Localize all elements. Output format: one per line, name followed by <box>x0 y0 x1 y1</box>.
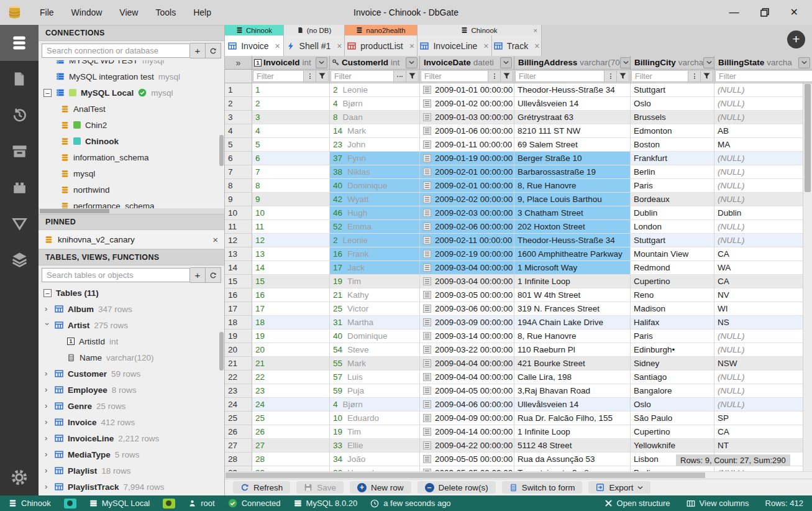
row-detail-icon[interactable] <box>423 428 431 436</box>
filter-menu-button[interactable] <box>488 70 501 82</box>
chevron-icon[interactable]: › <box>45 466 50 475</box>
cell-billingcity[interactable]: Reno <box>631 288 714 302</box>
row-detail-icon[interactable] <box>423 264 431 272</box>
cell-billingaddress[interactable]: 1 Microsoft Way <box>514 261 631 275</box>
cell-billingcity[interactable]: Berlin <box>631 466 714 471</box>
cell-customerid[interactable]: 42Wyatt <box>330 193 420 206</box>
row-detail-icon[interactable] <box>423 236 431 244</box>
filter-menu-button[interactable] <box>688 70 701 82</box>
cell-billingstate[interactable]: NSW <box>714 357 812 371</box>
cell-invoiceid[interactable]: 22 <box>252 371 330 384</box>
cell-invoiceid[interactable]: 27 <box>252 439 330 453</box>
cell-billingstate[interactable]: (NULL) <box>714 234 812 247</box>
cell-customerid[interactable]: 57Luis <box>330 371 420 384</box>
filter-funnel-button[interactable] <box>316 70 329 82</box>
cell-billingcity[interactable]: Halifax <box>631 316 714 329</box>
cell-customerid[interactable]: 2Leonie <box>330 234 420 247</box>
cell-invoiceid[interactable]: 12 <box>252 234 330 247</box>
cell-invoicedate[interactable]: 2009-02-06 00:00:00 <box>420 220 514 234</box>
close-tab-icon[interactable]: × <box>483 41 488 51</box>
cell-invoicedate[interactable]: 2009-01-01 00:00:00 <box>420 83 514 97</box>
row-number[interactable]: 21 <box>225 357 252 371</box>
row-number[interactable]: 19 <box>225 329 252 343</box>
cell-invoiceid[interactable]: 23 <box>252 384 330 398</box>
cell-billingstate[interactable]: CA <box>714 247 812 261</box>
add-connection-button[interactable]: + <box>190 43 206 58</box>
row-number[interactable]: 26 <box>225 425 252 439</box>
rail-item-settings[interactable] <box>0 459 39 495</box>
cell-invoiceid[interactable]: 6 <box>252 152 330 165</box>
table-item-employee[interactable]: ›Employee8 rows <box>39 382 224 398</box>
cell-invoicedate[interactable]: 2009-05-05 00:00:00 <box>420 466 514 471</box>
cell-invoicedate[interactable]: 2009-02-11 00:00:00 <box>420 234 514 247</box>
chevron-icon[interactable]: › <box>45 433 50 443</box>
unpin-icon[interactable]: × <box>212 234 218 245</box>
cell-billingaddress[interactable]: 3,Raj Bhavan Road <box>514 384 631 398</box>
cell-invoiceid[interactable]: 25 <box>252 412 330 425</box>
add-table-button[interactable]: + <box>190 267 206 283</box>
rail-item-plugin[interactable] <box>0 169 39 205</box>
cell-billingaddress[interactable]: Theodor-Heuss-Straße 34 <box>514 83 631 97</box>
cell-billingaddress[interactable]: Barbarossastraße 19 <box>514 165 631 179</box>
column-dropdown-button[interactable] <box>798 57 810 68</box>
cell-invoiceid[interactable]: 7 <box>252 165 330 179</box>
row-detail-icon[interactable] <box>423 195 431 203</box>
filter-input[interactable] <box>253 70 304 82</box>
filter-input[interactable] <box>631 70 688 82</box>
cell-customerid[interactable]: 16Frank <box>330 247 420 261</box>
cell-billingaddress[interactable]: 1600 Amphitheatre Parkway <box>514 247 631 261</box>
collapse-icon[interactable]: – <box>43 89 52 97</box>
cell-invoicedate[interactable]: 2009-04-09 00:00:00 <box>420 412 514 425</box>
cell-billingstate[interactable]: (NULL) <box>714 97 812 111</box>
column-header-invoicedate[interactable]: InvoiceDatedateti <box>420 56 514 69</box>
connection-item-mysql-wd-test[interactable]: MYSQL WD TESTmysql <box>39 60 224 68</box>
cell-invoiceid[interactable]: 8 <box>252 179 330 193</box>
cell-invoiceid[interactable]: 26 <box>252 425 330 439</box>
cell-billingaddress[interactable]: 1 Infinite Loop <box>514 425 631 439</box>
status-chinook[interactable]: Chinook <box>9 499 51 508</box>
rail-item-history[interactable] <box>0 97 39 133</box>
cell-billingstate[interactable]: (NULL) <box>714 111 812 124</box>
row-detail-icon[interactable] <box>423 387 431 395</box>
connections-scrollbar-thumb[interactable] <box>219 135 224 166</box>
row-detail-icon[interactable] <box>423 318 431 326</box>
cell-billingcity[interactable]: Bordeaux <box>631 193 714 206</box>
row-number[interactable]: 9 <box>225 193 252 206</box>
cell-customerid[interactable]: 4Bjørn <box>330 398 420 412</box>
row-number[interactable]: 14 <box>225 261 252 275</box>
collapse-icon[interactable]: – <box>43 289 52 297</box>
row-detail-icon[interactable] <box>423 332 431 340</box>
scrollbar-thumb[interactable] <box>40 209 109 213</box>
cell-customerid[interactable]: 37Fynn <box>330 152 420 165</box>
cell-billingstate[interactable]: (NULL) <box>714 384 812 398</box>
cell-billingcity[interactable]: Bangalore <box>631 384 714 398</box>
cell-invoiceid[interactable]: 5 <box>252 138 330 152</box>
rail-item-archive[interactable] <box>0 133 39 169</box>
cell-billingstate[interactable]: WA <box>714 261 812 275</box>
cell-billingstate[interactable]: (NULL) <box>714 193 812 206</box>
cell-invoiceid[interactable]: 14 <box>252 261 330 275</box>
tab-invoice[interactable]: Invoice× <box>225 35 284 56</box>
close-tab-icon[interactable]: × <box>337 41 342 51</box>
cell-invoicedate[interactable]: 2009-02-19 00:00:00 <box>420 247 514 261</box>
close-icon[interactable]: ✕ <box>790 7 798 17</box>
rail-item-filter-triangle[interactable] <box>0 205 39 241</box>
cell-invoicedate[interactable]: 2009-04-22 00:00:00 <box>420 439 514 453</box>
row-number[interactable]: 13 <box>225 247 252 261</box>
column-dropdown-button[interactable] <box>703 57 714 68</box>
cell-billingaddress[interactable]: Berger Straße 10 <box>514 152 631 165</box>
tables-root[interactable]: –Tables (11) <box>39 285 224 301</box>
close-tab-icon[interactable]: × <box>534 41 539 51</box>
row-detail-icon[interactable] <box>423 359 431 367</box>
filter-input[interactable] <box>421 70 488 82</box>
cell-invoicedate[interactable]: 2009-03-22 00:00:00 <box>420 343 514 357</box>
cell-customerid[interactable]: 14Mark <box>330 124 420 138</box>
tab-invoiceline[interactable]: InvoiceLine× <box>417 35 492 56</box>
cell-billingaddress[interactable]: 194A Chain Lake Drive <box>514 316 631 329</box>
cell-invoiceid[interactable]: 15 <box>252 275 330 288</box>
row-detail-icon[interactable] <box>423 113 431 121</box>
cell-billingstate[interactable]: SP <box>714 412 812 425</box>
close-tab-icon[interactable]: × <box>409 41 414 51</box>
filter-funnel-button[interactable] <box>701 70 713 82</box>
row-detail-icon[interactable] <box>423 250 431 258</box>
